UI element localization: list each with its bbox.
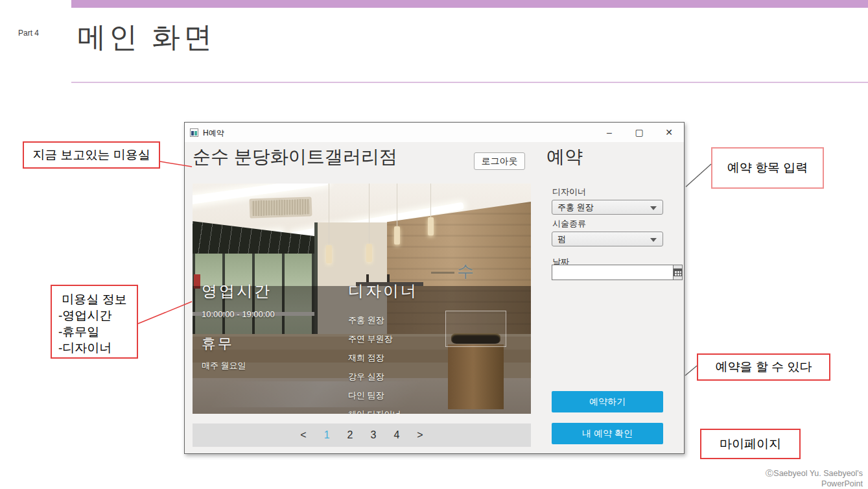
designer-item: 강우 실장: [348, 371, 401, 383]
date-picker-button[interactable]: [674, 265, 683, 280]
maximize-icon: ▢: [635, 127, 643, 137]
credit-text: ⓒSaebyeol Yu. Saebyeol's PowerPoint: [766, 468, 863, 489]
treatment-label: 시술종류: [552, 218, 586, 230]
annotation-salon-info-item: -영업시간: [58, 307, 130, 324]
chevron-down-icon: [650, 238, 657, 242]
pagination-page-2[interactable]: 2: [347, 429, 353, 441]
designer-item: 채아 디자이너: [348, 409, 401, 414]
business-hours-value: 10:00:00 - 19:00:00: [202, 309, 275, 319]
credit-line: PowerPoint: [766, 479, 863, 489]
annotation-my-page: 마이페이지: [700, 429, 801, 459]
slide: Part 4 메인 화면 H예약 – ▢ ✕ 순수 분당화이트갤러리점 로그아웃…: [0, 0, 868, 489]
calendar-icon: [674, 268, 682, 276]
my-reservation-button[interactable]: 내 예약 확인: [552, 423, 663, 444]
salon-wall-logo: 수: [457, 260, 474, 283]
connector-can-reserve: [685, 366, 697, 376]
designer-select[interactable]: 주홍 원장: [552, 200, 663, 215]
date-field-row: [552, 265, 663, 280]
window-title: H예약: [203, 128, 224, 139]
minimize-button[interactable]: –: [594, 123, 624, 142]
slide-title: 메인 화면: [77, 18, 215, 56]
photo-display-case: [445, 311, 506, 347]
designer-item: 재희 점장: [348, 352, 401, 364]
pagination-prev[interactable]: <: [300, 429, 306, 441]
reserve-button[interactable]: 예약하기: [552, 391, 663, 412]
annotation-viewing-salon: 지금 보고있는 미용실: [23, 141, 160, 169]
pagination-page-1[interactable]: 1: [324, 429, 330, 441]
annotation-input-items: 예약 항목 입력: [711, 147, 824, 189]
logout-button[interactable]: 로그아웃: [474, 152, 525, 170]
salon-pagination: < 1 2 3 4 >: [193, 423, 531, 447]
designers-list: 주홍 원장 주연 부원장 재희 점장 강우 실장 다인 팀장 채아 디자이너: [348, 315, 401, 414]
designer-item: 주연 부원장: [348, 333, 401, 345]
designer-label: 디자이너: [552, 186, 586, 198]
chevron-down-icon: [650, 206, 657, 210]
window-titlebar[interactable]: H예약 – ▢ ✕: [185, 123, 684, 142]
treatment-select-value: 펌: [557, 233, 566, 245]
closed-day-value: 매주 월요일: [202, 360, 246, 372]
business-hours-heading: 영업시간: [202, 281, 272, 302]
slide-accent-bar: [71, 0, 868, 8]
salon-photo: 수 영업시간 10:00:00 - 19:00:00 휴무 매주 월요일: [193, 184, 531, 414]
salon-name-heading: 순수 분당화이트갤러리점: [193, 145, 397, 169]
designer-item: 주홍 원장: [348, 315, 401, 326]
closed-day-heading: 휴무: [202, 334, 234, 353]
pagination-page-4[interactable]: 4: [393, 429, 399, 441]
treatment-select[interactable]: 펌: [552, 232, 663, 246]
annotation-salon-info-title: 미용실 정보: [58, 291, 130, 307]
annotation-salon-info-item: -디자이너: [58, 340, 130, 356]
designers-heading: 디자이너: [348, 281, 418, 302]
pagination-next[interactable]: >: [417, 429, 423, 441]
designer-select-value: 주홍 원장: [557, 202, 594, 213]
credit-line: ⓒSaebyeol Yu. Saebyeol's: [766, 468, 863, 479]
annotation-salon-info-item: -휴무일: [58, 324, 130, 340]
close-icon: ✕: [665, 127, 673, 137]
app-window: H예약 – ▢ ✕ 순수 분당화이트갤러리점 로그아웃 예약 수: [184, 122, 685, 454]
minimize-icon: –: [607, 127, 612, 137]
maximize-button[interactable]: ▢: [624, 123, 654, 142]
date-input[interactable]: [552, 265, 674, 280]
reservation-heading: 예약: [546, 145, 583, 169]
designer-item: 다인 팀장: [348, 390, 401, 401]
window-controls: – ▢ ✕: [594, 123, 684, 142]
app-icon: [190, 128, 198, 137]
part-label: Part 4: [18, 29, 39, 38]
title-divider: [71, 82, 868, 83]
close-button[interactable]: ✕: [654, 123, 684, 142]
annotation-can-reserve: 예약을 할 수 있다: [697, 353, 830, 381]
photo-display-pedestal: [448, 344, 504, 409]
connector-input-items: [686, 164, 711, 187]
pagination-page-3[interactable]: 3: [371, 429, 377, 441]
photo-ac-vent: [250, 197, 312, 218]
annotation-salon-info: 미용실 정보 -영업시간 -휴무일 -디자이너: [51, 285, 138, 359]
